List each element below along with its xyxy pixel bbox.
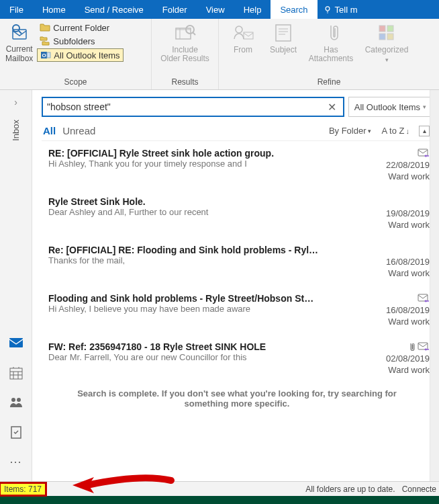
message-row[interactable]: Flooding and Sink hold problems - Ryle S…: [42, 286, 432, 335]
ribbon-label-refine: Refine: [224, 76, 434, 89]
items-label: Items:: [4, 485, 26, 494]
clear-search-icon[interactable]: ✕: [325, 101, 339, 114]
message-subject: Ryle Street Sink Hole.: [48, 196, 357, 207]
message-preview: Hi Ashley, Thank you for your timely res…: [48, 159, 357, 169]
replied-icon: [418, 149, 430, 158]
scope-current-folder[interactable]: Current Folder: [37, 22, 123, 34]
message-subject: Flooding and Sink hold problems - Ryle S…: [48, 293, 357, 304]
from-label: From: [234, 46, 252, 54]
scope-all-outlook[interactable]: O All Outlook Items: [37, 48, 123, 62]
message-preview: Dear Mr. Farrell, You are our new Counci…: [48, 352, 357, 362]
subfolders-icon: [40, 36, 50, 46]
connection-status: Connecte: [399, 485, 439, 494]
attachment-icon: [407, 342, 415, 351]
subject-icon: [273, 23, 293, 43]
items-count-badge: Items: 717: [0, 483, 46, 495]
outlook-icon: O: [40, 50, 51, 60]
message-folder: Ward work: [388, 317, 430, 327]
message-row[interactable]: FW: Ref: 2356947180 - 18 Ryle Street SIN…: [42, 335, 432, 383]
message-folder: Ward work: [388, 268, 430, 278]
svg-point-0: [326, 7, 330, 11]
menu-sendrec[interactable]: Send / Receive: [75, 0, 153, 19]
mailbox-search-icon: [8, 22, 31, 44]
tasks-nav-icon[interactable]: [9, 425, 23, 439]
menu-home[interactable]: Home: [33, 0, 75, 19]
current-mailbox-button[interactable]: Current Mailbox: [5, 22, 37, 63]
status-bar: Items: 717 All folders are up to date. C…: [0, 481, 439, 496]
scope-current-folder-label: Current Folder: [53, 23, 109, 33]
tell-me-label: Tell m: [335, 5, 358, 15]
svg-text:O: O: [42, 52, 46, 58]
svg-point-2: [13, 25, 19, 32]
message-row[interactable]: Re: [OFFICIAL] RE: Flooding and Sink hol…: [42, 238, 432, 286]
more-nav-icon[interactable]: ⋯: [9, 454, 23, 469]
subject-button[interactable]: Subject: [264, 22, 302, 54]
categorized-icon: [377, 23, 397, 43]
message-date: 19/08/2019: [386, 208, 430, 218]
items-count: 717: [28, 485, 42, 494]
include-older-button[interactable]: Include Older Results: [161, 22, 209, 63]
people-nav-icon[interactable]: [9, 395, 23, 410]
has-attachments-button[interactable]: Has Attachments: [305, 22, 357, 63]
svg-point-17: [11, 398, 15, 402]
menu-folder[interactable]: Folder: [153, 0, 197, 19]
search-input[interactable]: [47, 101, 325, 112]
current-mailbox-label: Current Mailbox: [5, 44, 33, 63]
search-scope-label: All Outlook Items: [354, 102, 420, 112]
from-button[interactable]: From: [224, 22, 262, 54]
attachment-icon: [322, 23, 340, 43]
message-folder: Ward work: [388, 365, 430, 375]
svg-rect-9: [244, 32, 253, 39]
folder-icon: [40, 22, 50, 33]
message-subject: FW: Ref: 2356947180 - 18 Ryle Street SIN…: [48, 341, 357, 352]
message-date: 16/08/2019: [386, 305, 430, 315]
menu-file[interactable]: File: [0, 0, 33, 19]
chevron-down-icon: ▾: [423, 103, 426, 110]
svg-rect-13: [379, 34, 385, 40]
svg-point-8: [236, 26, 242, 33]
ribbon-label-scope: Scope: [5, 76, 146, 89]
message-icons: [418, 148, 430, 159]
svg-rect-10: [276, 25, 291, 41]
svg-point-18: [17, 398, 21, 402]
sync-status: All folders are up to date.: [46, 485, 399, 494]
scope-subfolders[interactable]: Subfolders: [37, 35, 123, 47]
filter-row: All Unread By Folder▾ A to Z↓ ▴: [42, 124, 432, 141]
mail-nav-icon[interactable]: [9, 336, 23, 351]
nav-inbox-label[interactable]: Inbox: [11, 120, 21, 141]
categorized-button[interactable]: Categorized ▾: [360, 22, 413, 65]
replied-icon: [418, 342, 430, 351]
subject-label: Subject: [270, 46, 297, 54]
svg-rect-5: [47, 52, 50, 58]
message-date: 02/08/2019: [386, 353, 430, 364]
include-older-label: Include Older Results: [160, 46, 209, 63]
search-scope-dropdown[interactable]: All Outlook Items ▾: [348, 97, 432, 117]
message-folder: Ward work: [388, 220, 430, 230]
menu-view[interactable]: View: [197, 0, 234, 19]
message-row[interactable]: Ryle Street Sink Hole. Dear Ashley and A…: [42, 190, 432, 238]
scrollbar[interactable]: [430, 90, 439, 481]
scroll-up-button[interactable]: ▴: [419, 126, 430, 136]
message-row[interactable]: RE: [OFFICIAL] Ryle Street sink hole act…: [42, 141, 432, 190]
ribbon: Current Mailbox Current Folder Subfolder…: [0, 19, 439, 90]
tell-me[interactable]: Tell m: [318, 0, 363, 19]
sort-by-folder[interactable]: By Folder▾: [324, 126, 377, 136]
message-list: RE: [OFFICIAL] Ryle Street sink hole act…: [42, 141, 432, 481]
list-pane: ✕ All Outlook Items ▾ All Unread By Fold…: [32, 90, 439, 481]
calendar-nav-icon[interactable]: [9, 366, 23, 380]
message-preview: Thanks for the mail,: [48, 255, 357, 265]
scope-all-outlook-label: All Outlook Items: [54, 50, 119, 60]
menu-help[interactable]: Help: [234, 0, 271, 19]
filter-all[interactable]: All: [43, 125, 62, 136]
ribbon-label-results: Results: [157, 76, 213, 89]
chevron-down-icon: ▾: [385, 56, 389, 65]
menu-search[interactable]: Search: [271, 0, 317, 19]
expand-nav-icon[interactable]: ›: [14, 97, 17, 108]
message-preview: Dear Ashley and All, Further to our rece…: [48, 207, 357, 217]
sort-a-to-z[interactable]: A to Z↓: [377, 126, 415, 136]
from-icon: [232, 23, 254, 43]
categorized-label: Categorized: [365, 46, 409, 54]
svg-rect-14: [387, 34, 393, 40]
filter-unread[interactable]: Unread: [62, 125, 102, 136]
menu-bar: File Home Send / Receive Folder View Hel…: [0, 0, 439, 19]
